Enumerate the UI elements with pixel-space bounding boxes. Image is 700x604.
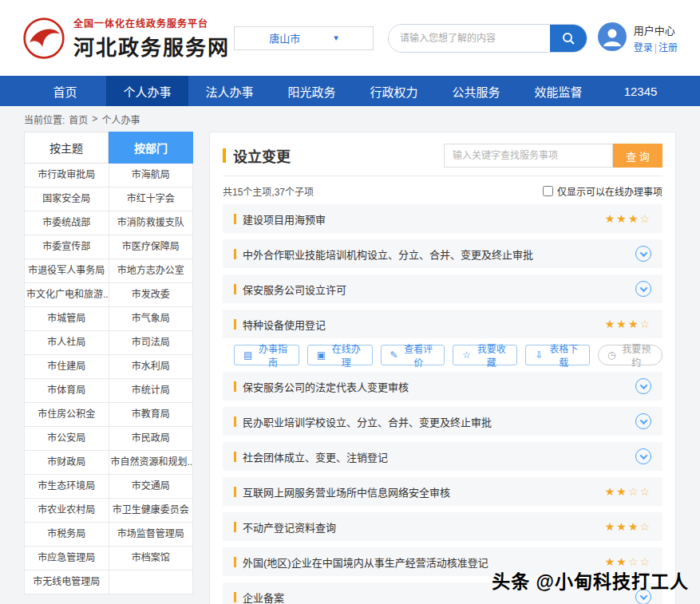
department-item[interactable]: 市气象局	[109, 307, 194, 331]
content-area: 按主题 按部门 市行政审批局 市海航局 国家安全局 市红十字会 市委统战部 市消…	[0, 132, 700, 604]
item-accent-bar	[234, 319, 236, 330]
nav-item-home[interactable]: 首页	[24, 76, 106, 106]
service-item-left: 民办职业培训学校设立、分立、合并、变更及终止审批	[234, 414, 492, 429]
download-button[interactable]: ⇩ 表格下载	[525, 345, 590, 365]
service-item[interactable]: 特种设备使用登记 ★★★☆	[223, 310, 662, 338]
guide-button[interactable]: ▤ 办事指南	[234, 345, 299, 365]
department-item[interactable]: 市税务局	[25, 523, 109, 547]
breadcrumb: 当前位置: 首页 > 个人办事	[0, 106, 700, 132]
department-item[interactable]: 市委宣传部	[25, 235, 109, 259]
chevron-down-icon[interactable]	[635, 281, 651, 297]
department-item[interactable]: 市委统战部	[25, 211, 109, 235]
department-item[interactable]: 市统计局	[109, 379, 194, 403]
department-item[interactable]: 市人社局	[25, 331, 109, 355]
department-item[interactable]: 市司法局	[109, 331, 194, 355]
department-item[interactable]: 市医疗保障局	[109, 235, 194, 259]
department-item[interactable]: 市体育局	[25, 379, 109, 403]
star-full-icon: ★	[605, 212, 617, 225]
department-item[interactable]: 市卫生健康委员会	[109, 499, 194, 523]
favorite-button[interactable]: ☆ 我要收藏	[453, 345, 517, 365]
department-item[interactable]: 市公安局	[25, 427, 109, 451]
sidebar-tabs: 按主题 按部门	[24, 132, 193, 164]
department-item[interactable]: 市城管局	[25, 307, 109, 331]
items-summary: 共15个主项,37个子项	[223, 184, 314, 198]
nav-item-sunshine-gov[interactable]: 阳光政务	[271, 76, 353, 106]
nav-item-public-service[interactable]: 公共服务	[435, 76, 517, 106]
service-item-title: 特种设备使用登记	[243, 317, 326, 332]
online-filter-checkbox[interactable]	[543, 186, 553, 196]
service-item[interactable]: 社会团体成立、变更、注销登记	[223, 442, 662, 471]
nav-item-admin-power[interactable]: 行政权力	[353, 76, 435, 106]
star-empty-icon: ☆	[639, 318, 651, 330]
department-item[interactable]: 市发改委	[109, 283, 194, 307]
department-item[interactable]: 市海航局	[109, 164, 194, 188]
department-item[interactable]: 市消防救援支队	[109, 211, 194, 235]
item-accent-bar	[234, 284, 236, 294]
login-link[interactable]: 登录	[634, 42, 653, 53]
service-item[interactable]: 保安服务公司设立许可	[223, 274, 662, 303]
department-item[interactable]: 市场监督管理局	[109, 523, 194, 547]
service-item[interactable]: 民办职业培训学校设立、分立、合并、变更及终止审批	[223, 407, 662, 436]
department-item[interactable]: 市教育局	[109, 403, 194, 427]
chevron-down-icon[interactable]	[635, 448, 651, 464]
site-logo-text: 全国一体化在线政务服务平台 河北政务服务网	[73, 16, 230, 61]
item-accent-bar	[234, 592, 236, 602]
department-item[interactable]: 市财政局	[25, 451, 109, 475]
service-item-left: 保安服务公司的法定代表人变更审核	[234, 379, 409, 394]
service-item-title: 互联网上网服务营业场所中信息网络安全审核	[243, 484, 450, 499]
review-button[interactable]: ✎ 查看评价	[381, 345, 445, 365]
service-item-title: 社会团体成立、变更、注销登记	[243, 449, 388, 464]
guide-button-label: 办事指南	[256, 341, 289, 369]
department-item[interactable]: 市红十字会	[109, 188, 194, 211]
city-selector[interactable]: 唐山市 ▾	[234, 26, 374, 50]
department-item[interactable]: 市退役军人事务局	[25, 259, 109, 283]
service-item-left: 企业备案	[234, 590, 284, 604]
department-item[interactable]: 国家安全局	[25, 188, 109, 211]
nav-item-supervision[interactable]: 效能监督	[517, 76, 599, 106]
nav-item-legal[interactable]: 法人办事	[188, 76, 271, 106]
tab-by-department[interactable]: 按部门	[109, 132, 193, 164]
register-link[interactable]: 注册	[658, 42, 678, 53]
online-filter[interactable]: 仅显示可以在线办理事项	[543, 184, 662, 198]
star-empty-icon: ☆	[639, 520, 651, 533]
service-item[interactable]: 互联网上网服务营业场所中信息网络安全审核 ★★☆☆	[223, 477, 662, 506]
service-item[interactable]: 不动产登记资料查询 ★★★☆	[223, 512, 662, 541]
department-item[interactable]: 市住建局	[25, 355, 109, 379]
department-item[interactable]: 市无线电管理局	[25, 570, 109, 594]
tab-by-theme[interactable]: 按主题	[24, 132, 109, 164]
service-item[interactable]: 保安服务公司的法定代表人变更审核	[223, 372, 662, 401]
service-search-input[interactable]	[444, 144, 613, 168]
department-item[interactable]: 市自然资源和规划...	[109, 451, 194, 475]
chevron-glyph	[639, 284, 647, 292]
item-accent-bar	[234, 381, 236, 392]
site-search-input[interactable]	[389, 25, 550, 52]
service-item-left: 中外合作职业技能培训机构设立、分立、合并、变更及终止审批	[234, 247, 533, 262]
service-search-button[interactable]: 查 询	[613, 144, 662, 168]
chevron-down-icon[interactable]	[635, 246, 651, 262]
department-item[interactable]: 市生态环境局	[25, 475, 109, 499]
chevron-down-icon[interactable]	[635, 413, 651, 429]
nav-item-personal[interactable]: 个人办事	[106, 76, 188, 106]
online-handle-button[interactable]: ▣ 在线办理	[307, 345, 373, 365]
department-item[interactable]: 市水利局	[109, 355, 194, 379]
department-item[interactable]: 市行政审批局	[25, 164, 109, 188]
department-item[interactable]: 市应急管理局	[25, 547, 109, 570]
department-item[interactable]: 市住房公积金	[25, 403, 109, 427]
user-avatar[interactable]	[598, 22, 627, 54]
service-item[interactable]: 建设项目用海预审 ★★★☆	[223, 204, 662, 233]
site-search-button[interactable]	[550, 25, 587, 52]
guide-icon: ▤	[243, 349, 252, 361]
user-avatar-icon	[598, 22, 627, 51]
department-item[interactable]: 市交通局	[109, 475, 194, 499]
service-item[interactable]: 中外合作职业技能培训机构设立、分立、合并、变更及终止审批	[223, 239, 662, 268]
department-item[interactable]: 市地方志办公室	[109, 259, 194, 283]
department-item[interactable]: 市民政局	[109, 427, 194, 451]
watermark: 头条 @小甸科技打工人	[492, 566, 689, 594]
department-item[interactable]: 市文化广电和旅游...	[25, 283, 109, 307]
breadcrumb-current: 个人办事	[101, 113, 140, 126]
nav-item-12345[interactable]: 12345	[599, 76, 682, 106]
department-item[interactable]: 市农业农村局	[25, 499, 109, 523]
chevron-down-icon[interactable]	[635, 378, 651, 394]
breadcrumb-home-link[interactable]: 首页	[69, 113, 88, 126]
department-item[interactable]: 市档案馆	[109, 547, 194, 570]
